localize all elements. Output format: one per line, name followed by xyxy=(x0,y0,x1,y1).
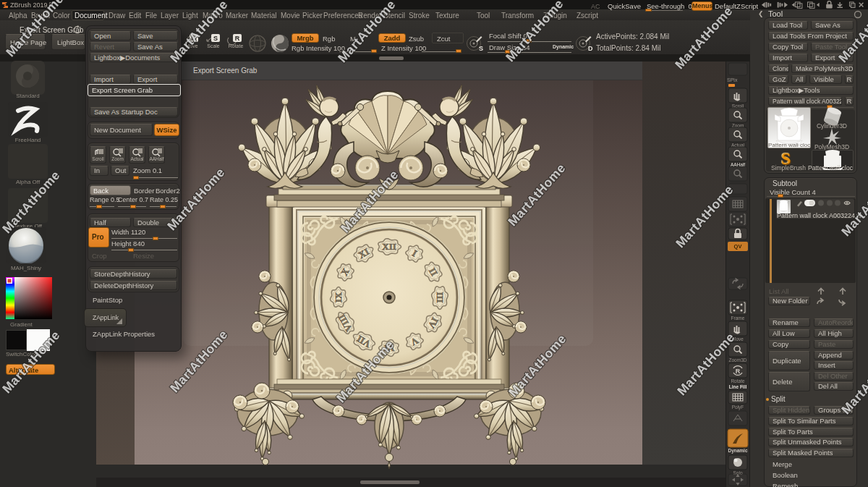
svg-text:M: M xyxy=(191,35,197,42)
svg-text:S: S xyxy=(213,35,218,42)
svg-text:Move: Move xyxy=(732,336,744,342)
svg-text:Line Fill: Line Fill xyxy=(729,384,747,389)
svg-text:Scale: Scale xyxy=(207,43,220,48)
svg-text:D: D xyxy=(588,45,593,52)
svg-text:Rotate: Rotate xyxy=(229,43,244,48)
svg-text:S: S xyxy=(479,45,483,52)
svg-text:Scroll: Scroll xyxy=(732,103,744,109)
svg-text:Frame: Frame xyxy=(731,316,745,321)
svg-text:SPix: SPix xyxy=(727,77,738,82)
svg-text:R: R xyxy=(736,368,741,375)
svg-text:R: R xyxy=(235,35,240,42)
svg-text:Actual: Actual xyxy=(731,143,745,148)
svg-text:Dynamic: Dynamic xyxy=(728,448,747,454)
svg-text:Zoom: Zoom xyxy=(732,123,744,128)
svg-text:AAHalf: AAHalf xyxy=(731,162,745,167)
svg-text:Zoom3D: Zoom3D xyxy=(729,357,747,363)
svg-text:Rotate: Rotate xyxy=(731,378,745,384)
svg-text:PolyF: PolyF xyxy=(732,405,744,410)
svg-text:Move: Move xyxy=(185,43,197,48)
svg-text:QV: QV xyxy=(734,243,742,250)
